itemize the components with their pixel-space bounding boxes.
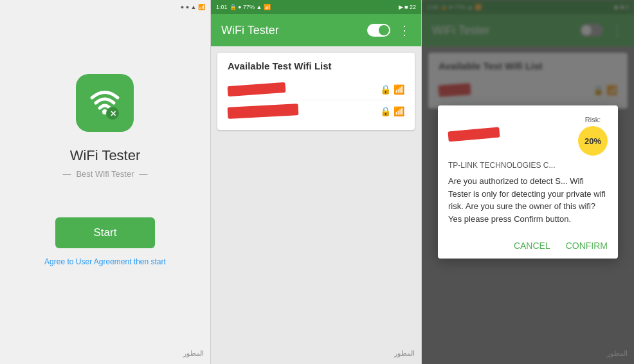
dialog-ssid-redacted <box>448 127 500 142</box>
screen1-main-content: ✕ WiFi Tester Best Wifi Tester Start Agr… <box>44 14 166 364</box>
lock-icon-1: 🔒 <box>380 84 391 95</box>
svg-text:✕: ✕ <box>110 109 116 118</box>
notification-icons: ▶ ■ 22 <box>399 4 416 10</box>
screen1-status-bar: ● ● ▲ 📶 <box>0 0 210 14</box>
wifi-toggle-on[interactable] <box>367 24 390 37</box>
wifi-item-1[interactable]: 🔒 📶 <box>228 79 404 100</box>
wifi-signal-icon-1: 📶 <box>394 84 404 95</box>
wifi-item-1-icons: 🔒 📶 <box>380 84 404 95</box>
screen2-app-bar: WiFi Tester ⋮ <box>211 14 421 46</box>
time-display: 1:01 <box>216 4 228 10</box>
risk-label: Risk: <box>585 116 601 123</box>
screen2-watermark: المطور <box>394 349 415 358</box>
confirm-button[interactable]: Confirm <box>566 241 608 251</box>
more-options-icon[interactable]: ⋮ <box>398 23 411 38</box>
screen2-app-bar-title: WiFi Tester <box>221 24 279 37</box>
app-logo: ✕ <box>76 74 134 132</box>
start-button[interactable]: Start <box>55 217 156 248</box>
wifi-item-2[interactable]: 🔒 📶 <box>228 100 404 122</box>
wifi-ssid-redacted-2 <box>228 104 299 119</box>
risk-section: Risk: 20% <box>578 116 608 156</box>
dialog-header-left <box>448 129 500 142</box>
risk-badge: 20% <box>578 126 608 156</box>
screen1-splash: ● ● ▲ 📶 ✕ WiFi Tester Best Wifi Tester S… <box>0 0 211 364</box>
screen2-status-bar: 1:01 🔒 ● 77% ▲ 📶 ▶ ■ 22 <box>211 0 421 14</box>
lock-icon-2: 🔒 <box>380 106 391 116</box>
wifi-list-title: Available Test Wifi List <box>228 60 404 71</box>
dialog-overlay: Risk: 20% TP-LINK TECHNOLOGIES C... Are … <box>422 0 634 364</box>
wifi-signal-icon-2: 📶 <box>394 106 404 116</box>
status-icons: 🔒 ● 77% ▲ 📶 <box>230 4 271 10</box>
screen3-dialog: 1:00 🔒 ● 77% ▲ 📶 ▶ ■ 0 WiFi Tester ⋮ Ava… <box>422 0 634 364</box>
app-title: WiFi Tester <box>70 147 141 164</box>
wifi-item-2-icons: 🔒 📶 <box>380 106 404 116</box>
status-bar-right: ▶ ■ 22 <box>399 4 416 10</box>
cancel-button[interactable]: Cancel <box>514 241 550 251</box>
screen2-wifi-list: 1:01 🔒 ● 77% ▲ 📶 ▶ ■ 22 WiFi Tester ⋮ Av… <box>211 0 422 364</box>
agreement-link[interactable]: Agree to User Agreement then start <box>44 257 166 266</box>
dialog-header: Risk: 20% <box>438 105 618 161</box>
wifi-ssid-redacted-1 <box>228 82 286 96</box>
status-bar-left: 1:01 🔒 ● 77% ▲ 📶 <box>216 4 271 10</box>
dialog-vendor: TP-LINK TECHNOLOGIES C... <box>438 161 618 175</box>
dialog-actions: Cancel Confirm <box>438 235 618 259</box>
screen1-status-icons: ● ● ▲ 📶 <box>181 4 205 10</box>
confirmation-dialog: Risk: 20% TP-LINK TECHNOLOGIES C... Are … <box>438 105 618 259</box>
wifi-tester-icon: ✕ <box>86 84 124 122</box>
screen1-watermark: المطور <box>183 349 204 358</box>
app-bar-actions: ⋮ <box>367 23 411 38</box>
app-subtitle: Best Wifi Tester <box>62 169 147 179</box>
dialog-body: Are you authorized to detect S... Wifi T… <box>438 175 618 235</box>
wifi-list-card: Available Test Wifi List 🔒 📶 🔒 📶 <box>217 53 415 130</box>
